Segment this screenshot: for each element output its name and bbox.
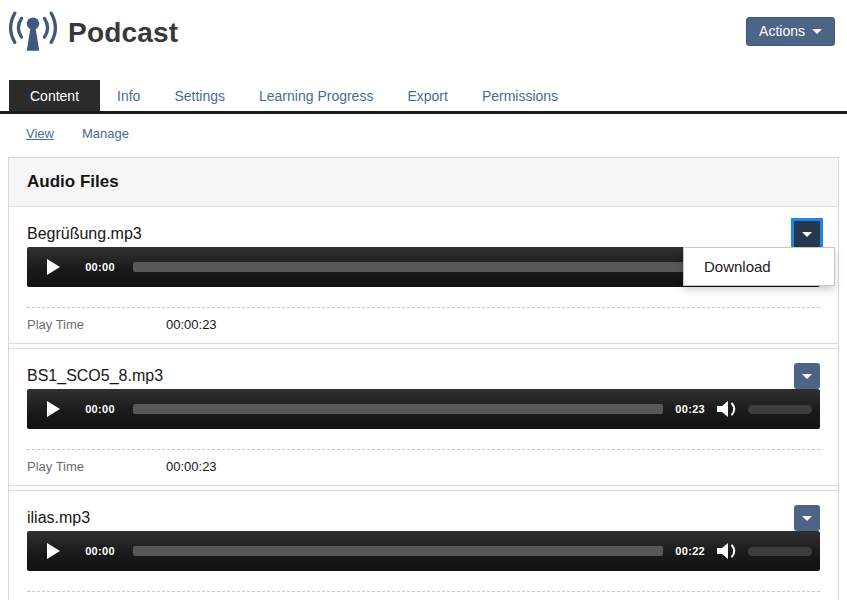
- audio-player: 00:00 00:22: [27, 531, 820, 571]
- play-time-value: 00:00:23: [166, 317, 217, 332]
- play-button[interactable]: [27, 259, 79, 275]
- tab-permissions[interactable]: Permissions: [465, 80, 575, 111]
- tab-export[interactable]: Export: [390, 80, 464, 111]
- subtab-manage[interactable]: Manage: [82, 126, 129, 141]
- audio-files-panel: Audio Files Begrüßung.mp3 00:00: [8, 157, 839, 600]
- file-name: ilias.mp3: [27, 509, 90, 527]
- item-dropdown-button[interactable]: [794, 221, 820, 247]
- subtab-bar: View Manage: [0, 114, 847, 153]
- play-time-label: Play Time: [27, 459, 166, 474]
- volume-slider[interactable]: [748, 547, 812, 556]
- play-icon: [47, 259, 60, 275]
- item-dropdown-button[interactable]: [794, 363, 820, 389]
- play-button[interactable]: [27, 401, 79, 417]
- actions-button[interactable]: Actions: [746, 17, 835, 46]
- tab-settings[interactable]: Settings: [157, 80, 242, 111]
- audio-file-item: BS1_SCO5_8.mp3 00:00 00:23 Pl: [9, 348, 838, 486]
- divider: [27, 449, 820, 450]
- divider: [27, 307, 820, 308]
- current-time: 00:00: [79, 261, 121, 273]
- duration: 00:23: [675, 403, 705, 415]
- divider: [27, 591, 820, 592]
- tab-content[interactable]: Content: [9, 80, 100, 111]
- volume-icon[interactable]: [716, 400, 740, 418]
- play-time-value: 00:00:23: [166, 459, 217, 474]
- play-icon: [47, 401, 60, 417]
- volume-icon[interactable]: [716, 542, 740, 560]
- caret-down-icon: [802, 232, 812, 237]
- audio-player: 00:00 00:23: [27, 389, 820, 429]
- seek-bar[interactable]: [133, 262, 693, 272]
- file-name: BS1_SCO5_8.mp3: [27, 367, 163, 385]
- audio-file-item: ilias.mp3 00:00 00:22 Play Ti: [9, 490, 838, 600]
- item-dropdown-button[interactable]: [794, 505, 820, 531]
- current-time: 00:00: [79, 403, 121, 415]
- play-time-label: Play Time: [27, 317, 166, 332]
- play-button[interactable]: [27, 543, 79, 559]
- menu-item-download[interactable]: Download: [684, 248, 834, 285]
- panel-header: Audio Files: [9, 158, 838, 207]
- seek-bar[interactable]: [133, 404, 663, 414]
- play-icon: [47, 543, 60, 559]
- tab-info[interactable]: Info: [100, 80, 157, 111]
- panel-title: Audio Files: [27, 172, 119, 191]
- actions-button-label: Actions: [759, 23, 805, 39]
- caret-down-icon: [802, 374, 812, 379]
- caret-down-icon: [812, 29, 822, 34]
- caret-down-icon: [802, 516, 812, 521]
- page-header: Podcast Actions: [0, 0, 847, 66]
- tab-learning-progress[interactable]: Learning Progress: [242, 80, 390, 111]
- duration: 00:22: [675, 545, 705, 557]
- page-title: Podcast: [68, 17, 178, 49]
- tab-bar: Content Info Settings Learning Progress …: [0, 80, 847, 114]
- audio-file-item: Begrüßung.mp3 00:00 Download: [9, 207, 838, 344]
- item-dropdown-menu: Download: [683, 247, 835, 286]
- current-time: 00:00: [79, 545, 121, 557]
- file-name: Begrüßung.mp3: [27, 225, 142, 243]
- subtab-view[interactable]: View: [26, 126, 54, 141]
- podcast-icon: [8, 8, 58, 58]
- volume-slider[interactable]: [748, 405, 812, 414]
- seek-bar[interactable]: [133, 546, 663, 556]
